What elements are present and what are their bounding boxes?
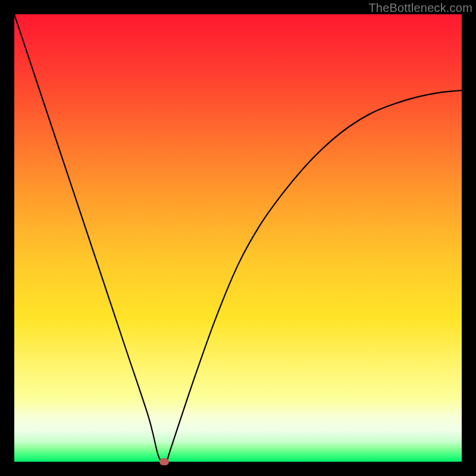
watermark-text: TheBottleneck.com	[368, 1, 472, 15]
curve-svg	[14, 14, 462, 462]
outer-frame: TheBottleneck.com	[0, 0, 476, 476]
plot-area	[14, 14, 462, 462]
optimal-point-marker	[159, 458, 169, 465]
bottleneck-curve	[14, 14, 462, 462]
